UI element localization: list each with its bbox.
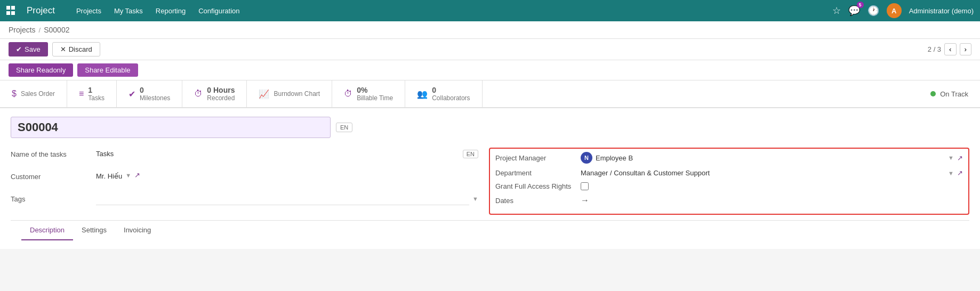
collaborators-icon: 👥	[417, 89, 428, 99]
field-label-project-manager: Project Manager	[495, 154, 581, 162]
top-navigation: Project Projects My Tasks Reporting Conf…	[0, 0, 980, 21]
field-label-customer: Customer	[11, 170, 96, 181]
field-tags: Tags ▼	[11, 192, 478, 208]
field-label-grant-access: Grant Full Access Rights	[495, 182, 581, 190]
chat-icon[interactable]: 💬 5	[848, 5, 860, 17]
field-label-tags: Tags	[11, 192, 96, 203]
main-menu: Projects My Tasks Reporting Configuratio…	[71, 5, 245, 17]
stat-tasks[interactable]: ≡ 1 Tasks	[67, 80, 117, 107]
field-label-department: Department	[495, 169, 581, 177]
form-area: EN Name of the tasks EN Customer Mr. Hiế…	[0, 108, 980, 249]
field-input-tasks[interactable]	[96, 148, 460, 160]
form-col-left: Name of the tasks EN Customer Mr. Hiếu ▼…	[11, 148, 478, 215]
share-editable-button[interactable]: Share Editable	[77, 63, 138, 77]
billable-icon: ⏱	[344, 89, 352, 99]
field-department: Department Manager / Consultan & Custome…	[495, 169, 963, 177]
form-columns: Name of the tasks EN Customer Mr. Hiếu ▼…	[11, 148, 969, 215]
project-manager-link-icon[interactable]: ↗	[957, 154, 963, 162]
stat-billable-time[interactable]: ⏱ 0% Billable Time	[332, 80, 405, 107]
field-value-project-manager: Employee B	[596, 154, 633, 162]
chat-badge: 5	[857, 2, 864, 8]
star-icon[interactable]: ☆	[832, 5, 841, 17]
tasks-icon: ≡	[79, 89, 84, 99]
avatar[interactable]: A	[887, 3, 902, 18]
dollar-icon: $	[12, 89, 17, 99]
department-dropdown-icon[interactable]: ▼	[948, 170, 954, 176]
pagination: 2 / 3 ‹ ›	[928, 43, 971, 55]
field-dates: Dates →	[495, 196, 963, 205]
customer-link-icon[interactable]: ↗	[134, 171, 140, 179]
prev-page-button[interactable]: ‹	[944, 43, 956, 55]
stat-hours-recorded[interactable]: ⏱ 0 Hours Recorded	[182, 80, 247, 107]
stat-on-track[interactable]: On Track	[919, 80, 980, 107]
discard-button[interactable]: ✕ Discard	[52, 42, 100, 56]
breadcrumb-parent[interactable]: Projects	[9, 26, 36, 34]
employee-avatar-n: N	[581, 152, 592, 164]
field-grant-access: Grant Full Access Rights	[495, 182, 963, 190]
app-name: Project	[27, 5, 55, 16]
on-track-dot	[930, 91, 936, 96]
share-readonly-button[interactable]: Share Readonly	[9, 63, 73, 77]
dates-arrow-icon: →	[581, 196, 589, 205]
stat-milestones[interactable]: ✔ 0 Milestones	[117, 80, 182, 107]
stat-sales-order[interactable]: $ Sales Order	[0, 80, 67, 107]
next-page-button[interactable]: ›	[960, 43, 971, 55]
field-customer: Customer Mr. Hiếu ▼ ↗	[11, 170, 478, 186]
grant-access-checkbox[interactable]	[581, 182, 589, 190]
action-bar: ✔ Save ✕ Discard 2 / 3 ‹ ›	[0, 39, 980, 60]
timer-icon: ⏱	[194, 89, 203, 99]
tab-description[interactable]: Description	[21, 221, 73, 240]
stats-bar: $ Sales Order ≡ 1 Tasks ✔ 0 Milestones ⏱…	[0, 80, 980, 108]
milestones-icon: ✔	[128, 89, 135, 99]
field-name-of-tasks: Name of the tasks EN	[11, 148, 478, 164]
customer-dropdown-icon[interactable]: ▼	[125, 172, 131, 179]
tab-settings[interactable]: Settings	[73, 221, 115, 240]
field-value-department: Manager / Consultan & Customer Support	[581, 169, 710, 177]
app-grid-icon[interactable]	[6, 6, 16, 15]
x-icon: ✕	[60, 45, 66, 53]
tab-invoicing[interactable]: Invoicing	[115, 221, 159, 240]
tabs-bar: Description Settings Invoicing	[11, 220, 969, 240]
user-name[interactable]: Administrator (demo)	[909, 7, 974, 15]
stat-collaborators[interactable]: 👥 0 Collaborators	[405, 80, 482, 107]
field-value-customer: Mr. Hiếu	[96, 170, 122, 180]
tags-dropdown-icon[interactable]: ▼	[472, 196, 478, 202]
field-project-manager: Project Manager N Employee B ▼ ↗	[495, 152, 963, 164]
breadcrumb: Projects / S00002	[0, 21, 980, 39]
save-button[interactable]: ✔ Save	[9, 42, 48, 56]
menu-projects[interactable]: Projects	[71, 5, 107, 17]
project-manager-dropdown-icon[interactable]: ▼	[948, 155, 954, 161]
on-track-label: On Track	[940, 90, 968, 98]
menu-configuration[interactable]: Configuration	[193, 5, 245, 17]
project-title-input[interactable]	[11, 117, 331, 138]
department-link-icon[interactable]: ↗	[957, 169, 963, 177]
stat-burndown-chart[interactable]: 📈 Burndown Chart	[247, 80, 332, 107]
form-col-right: Project Manager N Employee B ▼ ↗ Departm…	[489, 148, 969, 215]
field-label-dates: Dates	[495, 197, 581, 205]
field-input-tags[interactable]	[96, 192, 469, 205]
field-label-name-of-tasks: Name of the tasks	[11, 148, 96, 158]
field-en-badge-tasks[interactable]: EN	[463, 150, 478, 158]
check-icon: ✔	[16, 45, 22, 53]
lang-badge[interactable]: EN	[336, 123, 352, 132]
menu-my-tasks[interactable]: My Tasks	[109, 5, 148, 17]
share-bar: Share Readonly Share Editable	[0, 60, 980, 80]
menu-reporting[interactable]: Reporting	[150, 5, 191, 17]
chart-icon: 📈	[259, 89, 269, 99]
project-title-row: EN	[11, 117, 969, 138]
breadcrumb-current: S00002	[44, 26, 69, 34]
clock-icon[interactable]: 🕐	[867, 5, 879, 17]
breadcrumb-separator: /	[39, 26, 41, 34]
